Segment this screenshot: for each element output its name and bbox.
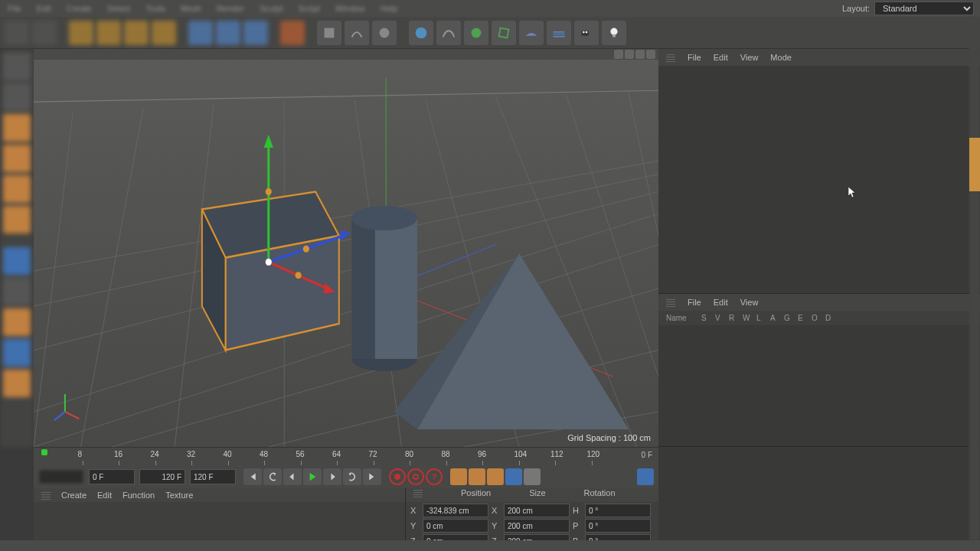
goto-end-icon[interactable] — [363, 468, 381, 485]
mat-function[interactable]: Function — [122, 491, 155, 500]
svg-line-54 — [65, 412, 79, 419]
timeline-ruler[interactable]: 0 F 81624324048566472808896104112120 — [34, 447, 658, 465]
3d-viewport[interactable]: Grid Spacing : 100 cm — [34, 60, 658, 447]
playhead-icon[interactable] — [41, 449, 47, 455]
om-menu-mode[interactable]: Mode — [770, 53, 792, 62]
render-icon[interactable] — [280, 21, 305, 45]
poly-mode-icon[interactable] — [3, 206, 31, 233]
point-mode-icon[interactable] — [3, 145, 31, 172]
record-icon[interactable] — [389, 468, 406, 485]
layout-select[interactable]: Standard — [874, 2, 974, 15]
spline-pen-icon[interactable] — [345, 21, 369, 45]
floor-icon[interactable] — [547, 21, 571, 45]
sphere-icon[interactable] — [409, 21, 433, 45]
rot-keys-icon[interactable] — [487, 468, 504, 485]
mat-create[interactable]: Create — [61, 491, 87, 500]
current-frame-input[interactable] — [89, 469, 135, 484]
autokey-icon[interactable] — [407, 468, 424, 485]
svg-line-31 — [34, 90, 658, 102]
ruler-mark: 72 — [369, 450, 377, 458]
undo-icon[interactable] — [5, 21, 29, 45]
texture-mode-icon[interactable] — [3, 83, 31, 111]
nav-move-icon[interactable] — [614, 50, 623, 59]
next-key-icon[interactable] — [343, 468, 361, 485]
redo-icon[interactable] — [32, 21, 57, 45]
am-menu-edit[interactable]: Edit — [714, 298, 728, 307]
right-dock-tabs[interactable] — [969, 17, 980, 540]
svg-rect-9 — [582, 31, 589, 35]
pos-keys-icon[interactable] — [450, 468, 467, 485]
coord-pos-label: Position — [461, 488, 491, 502]
ruler-mark: 120 — [587, 450, 600, 458]
prev-key-icon[interactable] — [263, 468, 282, 485]
spline-tool-icon[interactable] — [436, 21, 461, 45]
nav-rotate-icon[interactable] — [635, 50, 645, 59]
locked-icon[interactable] — [188, 21, 213, 45]
om-menu-file[interactable]: File — [688, 53, 701, 62]
scale-keys-icon[interactable] — [469, 468, 485, 485]
timeline-options-icon[interactable] — [637, 468, 654, 485]
param-keys-icon[interactable] — [505, 468, 522, 485]
playback-bar: ? — [34, 465, 658, 488]
grip-icon[interactable] — [413, 488, 423, 497]
camera-icon[interactable] — [574, 21, 599, 45]
am-menu-view[interactable]: View — [740, 298, 759, 307]
size-y-input[interactable] — [504, 519, 570, 533]
edge-mode-icon[interactable] — [3, 175, 31, 203]
size-x-input[interactable] — [504, 504, 570, 517]
svg-point-2 — [416, 27, 427, 38]
object-list[interactable] — [658, 66, 980, 293]
nav-zoom-icon[interactable] — [625, 50, 634, 59]
move-tool-icon[interactable] — [96, 21, 121, 45]
end-frame-input2[interactable] — [190, 469, 236, 484]
am-menu-file[interactable]: File — [688, 298, 701, 307]
model-mode-icon[interactable] — [3, 53, 31, 80]
enable-axis-icon[interactable] — [3, 247, 31, 275]
next-frame-icon[interactable] — [323, 468, 341, 485]
end-frame-input[interactable] — [139, 469, 185, 484]
mat-edit[interactable]: Edit — [97, 491, 112, 500]
scale-tool-icon[interactable] — [124, 21, 149, 45]
grip-icon[interactable] — [41, 491, 51, 500]
om-menu-edit[interactable]: Edit — [714, 53, 728, 62]
pos-y-input[interactable] — [423, 519, 488, 533]
workplane-icon[interactable] — [3, 114, 31, 142]
coordinate-manager: Position Size Rotation X X H Y Y P — [406, 488, 658, 540]
svg-rect-13 — [612, 34, 616, 37]
environment-icon[interactable] — [519, 21, 544, 45]
select-tool-icon[interactable] — [69, 21, 93, 45]
mat-texture[interactable]: Texture — [165, 491, 193, 500]
workplane2-icon[interactable] — [3, 370, 31, 397]
quantize-icon[interactable] — [3, 339, 31, 367]
snap-icon[interactable] — [3, 308, 31, 336]
light-icon[interactable] — [602, 21, 626, 45]
svg-line-56 — [54, 412, 65, 421]
nurbs-icon[interactable] — [372, 21, 397, 45]
rot-p-input[interactable] — [585, 519, 651, 533]
layout-label: Layout: — [842, 4, 870, 13]
deformer-icon[interactable] — [492, 21, 516, 45]
pla-keys-icon[interactable] — [524, 468, 541, 485]
start-frame-input[interactable] — [38, 469, 84, 484]
right-active-tab[interactable] — [969, 138, 980, 191]
play-icon[interactable] — [303, 468, 322, 485]
prev-frame-icon[interactable] — [283, 468, 302, 485]
main-menu[interactable]: FileEditCreateSelectToolsMeshRenderSculp… — [8, 4, 397, 13]
axis-lock-icon[interactable] — [216, 21, 240, 45]
om-menu-view[interactable]: View — [740, 53, 759, 62]
grip-icon[interactable] — [666, 298, 675, 307]
svg-point-50 — [266, 188, 272, 195]
viewport-solo-icon[interactable] — [3, 278, 31, 305]
nav-toggle-icon[interactable] — [646, 50, 655, 59]
primitive-cube-icon[interactable] — [317, 21, 341, 45]
xyz-icon[interactable] — [243, 21, 268, 45]
grip-icon[interactable] — [666, 53, 675, 62]
rotate-tool-icon[interactable] — [152, 21, 176, 45]
pos-x-input[interactable] — [423, 504, 488, 517]
object-manager: File Edit View Mode — [658, 49, 980, 294]
goto-start-icon[interactable] — [243, 468, 262, 485]
generator-icon[interactable] — [464, 21, 488, 45]
keyselect-icon[interactable]: ? — [426, 468, 443, 485]
rot-h-input[interactable] — [585, 504, 651, 517]
mode-sidebar — [0, 49, 34, 447]
